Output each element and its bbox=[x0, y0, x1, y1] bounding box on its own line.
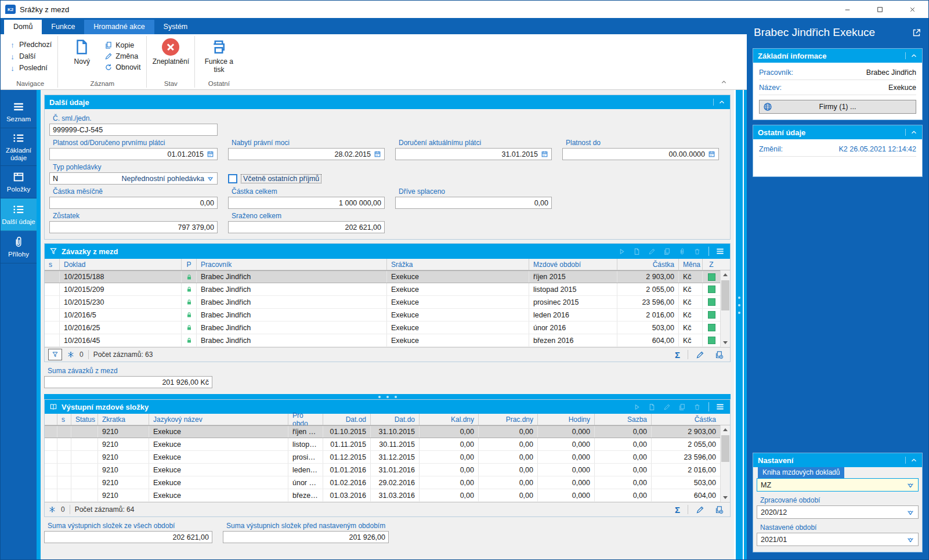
sidebar-item-dalsi-udaje[interactable]: Další údaje bbox=[1, 198, 37, 231]
delete-record-icon[interactable] bbox=[693, 248, 701, 255]
next-button[interactable]: ↓Další bbox=[6, 52, 54, 62]
copy-record-icon[interactable] bbox=[663, 248, 671, 255]
scroll-down-icon[interactable] bbox=[721, 338, 730, 347]
calendar-icon[interactable] bbox=[207, 150, 214, 158]
typ-pohledavky-select[interactable]: N Nepřednostní pohledávka bbox=[49, 172, 218, 185]
collapse-section-button[interactable] bbox=[713, 99, 725, 106]
new-record-icon[interactable] bbox=[648, 403, 656, 411]
tab-hromadne-akce[interactable]: Hromadné akce bbox=[84, 20, 154, 34]
calendar-icon[interactable] bbox=[708, 150, 715, 158]
table-row[interactable]: 9210 Exekuce březe… 01.03.2016 31.03.201… bbox=[45, 489, 720, 502]
col-sazba[interactable]: Sazba bbox=[595, 414, 652, 425]
scroll-up-icon[interactable] bbox=[721, 270, 730, 279]
minimize-button[interactable] bbox=[831, 1, 863, 18]
delete-record-icon[interactable] bbox=[693, 403, 701, 411]
sidebar-item-polozky[interactable]: Položky bbox=[1, 166, 37, 198]
dropdown-icon[interactable] bbox=[906, 536, 914, 544]
calendar-icon[interactable] bbox=[374, 150, 381, 158]
col-mzdove-obdobi[interactable]: Mzdové období bbox=[529, 259, 617, 270]
dropdown-icon[interactable] bbox=[207, 175, 214, 182]
sum-button[interactable]: Σ bbox=[672, 505, 683, 515]
zustatek-input[interactable]: 797 379,00 bbox=[49, 221, 218, 233]
castka-mesicne-input[interactable]: 0,00 bbox=[49, 197, 218, 209]
cislo-smlouvy-input[interactable]: 999999-CJ-545 bbox=[49, 124, 218, 136]
change-button[interactable]: Změna bbox=[102, 52, 143, 61]
suma-vse-input[interactable]: 202 621,00 bbox=[44, 531, 212, 543]
copy-button[interactable]: Kopie bbox=[102, 41, 143, 50]
edit-button[interactable] bbox=[693, 351, 707, 359]
col-srazka[interactable]: Srážka bbox=[387, 259, 529, 270]
col-dat-do[interactable]: Dat.do bbox=[371, 414, 420, 425]
table-row[interactable]: 9210 Exekuce listop… 01.11.2015 30.11.20… bbox=[45, 438, 720, 451]
suma-pred-input[interactable]: 201 926,00 bbox=[223, 531, 389, 543]
run-icon[interactable] bbox=[618, 248, 626, 255]
col-s[interactable]: s bbox=[45, 259, 60, 270]
functions-print-button[interactable]: Funkce a tisk bbox=[198, 36, 239, 78]
sidebar-splitter[interactable] bbox=[37, 90, 41, 559]
drive-splaceno-input[interactable]: 0,00 bbox=[395, 197, 552, 209]
dropdown-icon[interactable] bbox=[906, 481, 914, 489]
tab-funkce[interactable]: Funkce bbox=[42, 20, 84, 34]
scroll-up-icon[interactable] bbox=[721, 425, 730, 434]
col-kal-dny[interactable]: Kal.dny bbox=[420, 414, 479, 425]
filter-button[interactable] bbox=[48, 349, 62, 360]
table-row[interactable]: 10/2016/5 Brabec Jindřich Exekuce leden … bbox=[45, 309, 720, 321]
col-hodiny[interactable]: Hodiny bbox=[538, 414, 595, 425]
ribbon-collapse-button[interactable] bbox=[721, 79, 727, 87]
col-z[interactable]: Z bbox=[703, 259, 720, 270]
edit-record-icon[interactable] bbox=[663, 403, 671, 411]
col-dat-od[interactable]: Dat.od bbox=[323, 414, 371, 425]
sum-button[interactable]: Σ bbox=[672, 350, 683, 360]
suma-zavazku-input[interactable]: 201 926,00 Kč bbox=[44, 376, 212, 388]
platnost-do-input[interactable]: 00.00.0000 bbox=[562, 148, 719, 160]
srazeno-celkem-input[interactable]: 202 621,00 bbox=[228, 221, 385, 233]
tab-system[interactable]: Systém bbox=[154, 20, 197, 34]
table-menu-icon[interactable] bbox=[709, 247, 725, 256]
col-s[interactable]: s bbox=[57, 414, 71, 425]
col-pro-obdobi[interactable]: Pro obdo bbox=[288, 414, 323, 425]
new-button[interactable]: Nový bbox=[62, 36, 102, 78]
scroll-down-icon[interactable] bbox=[721, 493, 730, 502]
col-p[interactable]: P bbox=[182, 259, 197, 270]
col-status[interactable]: Status bbox=[71, 414, 98, 425]
last-button[interactable]: ↓Poslední bbox=[6, 63, 54, 73]
table-row[interactable]: 10/2015/230 Brabec Jindřich Exekuce pros… bbox=[45, 296, 720, 309]
run-icon[interactable] bbox=[633, 403, 641, 411]
table-row[interactable]: 9210 Exekuce prosi… 01.12.2015 31.12.201… bbox=[45, 451, 720, 464]
scrollbar-thumb[interactable] bbox=[721, 435, 729, 462]
table-row[interactable]: 9210 Exekuce leden… 01.01.2016 31.01.201… bbox=[45, 464, 720, 476]
vcetne-prijmu-label[interactable]: Včetně ostatních příjmů bbox=[241, 174, 321, 183]
sidebar-item-zakladni-udaje[interactable]: Základní údaje bbox=[1, 128, 37, 166]
kniha-dokladu-select[interactable]: MZ bbox=[757, 478, 919, 492]
col-zkratka[interactable]: Zkratka bbox=[98, 414, 149, 425]
table-row[interactable]: 10/2015/188 Brabec Jindřich Exekuce říje… bbox=[45, 270, 720, 283]
sidebar-item-prilohy[interactable]: Přílohy bbox=[1, 231, 37, 263]
table-row[interactable]: 10/2015/209 Brabec Jindřich Exekuce list… bbox=[45, 283, 720, 296]
castka-celkem-input[interactable]: 1 000 000,00 bbox=[228, 197, 385, 209]
frozen-records-icon[interactable] bbox=[67, 351, 75, 359]
col-prac-dny[interactable]: Prac.dny bbox=[479, 414, 538, 425]
new-record-icon[interactable] bbox=[633, 248, 641, 255]
col-jazykovy-nazev[interactable]: Jazykový název bbox=[149, 414, 288, 425]
table-row[interactable]: 9210 Exekuce únor … 01.02.2016 29.02.201… bbox=[45, 476, 720, 489]
calendar-icon[interactable] bbox=[541, 150, 548, 158]
copy-add-button[interactable] bbox=[712, 351, 726, 359]
doruceni-platci-input[interactable]: 31.01.2015 bbox=[395, 148, 552, 160]
platnost-od-input[interactable]: 01.01.2015 bbox=[49, 148, 218, 160]
nastavene-obdobi-select[interactable]: 2021/01 bbox=[757, 533, 919, 546]
previous-button[interactable]: ↑Předchozí bbox=[6, 40, 54, 50]
maximize-button[interactable] bbox=[863, 1, 896, 18]
col-castka[interactable]: Částka bbox=[617, 259, 679, 270]
sidebar-item-seznam[interactable]: Seznam bbox=[1, 96, 37, 128]
table-menu-icon[interactable] bbox=[709, 402, 725, 411]
horizontal-splitter[interactable] bbox=[44, 394, 731, 399]
refresh-button[interactable]: Obnovit bbox=[102, 63, 143, 72]
edit-record-icon[interactable] bbox=[648, 248, 656, 255]
invalidate-button[interactable]: Zneplatnění bbox=[150, 36, 191, 78]
frozen-records-icon[interactable] bbox=[48, 505, 56, 514]
dropdown-icon[interactable] bbox=[906, 508, 914, 516]
vcetne-prijmu-checkbox[interactable] bbox=[228, 174, 237, 183]
attachment-icon[interactable] bbox=[678, 248, 686, 255]
panel-splitter[interactable] bbox=[734, 18, 747, 559]
firmy-button[interactable]: Firmy (1) ... bbox=[759, 100, 916, 114]
